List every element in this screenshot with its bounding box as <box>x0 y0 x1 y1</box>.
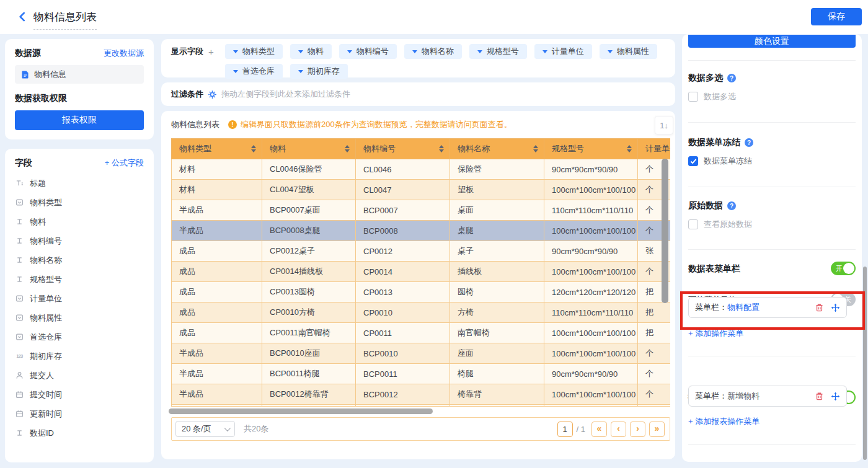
sort-arrows-icon[interactable] <box>439 145 444 152</box>
sort-arrows-icon[interactable] <box>345 145 350 152</box>
menu-item-name[interactable]: 物料配置 <box>727 302 760 313</box>
add-action-menu-link[interactable]: + 添加操作菜单 <box>688 328 856 339</box>
column-header[interactable]: 计量单位 <box>638 139 671 159</box>
filter-drop-hint: 拖动左侧字段到此处来添加过滤条件 <box>221 89 350 100</box>
field-item[interactable]: 123期初库存 <box>15 347 144 366</box>
table-row[interactable]: 成品CP0010方椅CP0010方椅110cm*110cm*110/110把 <box>172 302 671 323</box>
field-chip[interactable]: 首选仓库 <box>225 64 283 79</box>
multi-select-checkbox-row[interactable]: 数据多选 <box>688 91 856 102</box>
field-item[interactable]: 规格型号 <box>15 270 144 289</box>
column-header[interactable]: 物料 <box>262 139 356 159</box>
back-icon[interactable] <box>16 11 29 23</box>
save-button[interactable]: 保存 <box>811 8 862 25</box>
trash-icon[interactable] <box>815 303 824 312</box>
table-cell: 个 <box>638 343 671 364</box>
table-row[interactable]: 成品CP0012桌子CP0012桌子90cm*90cm*90/90张 <box>172 241 671 262</box>
table-row[interactable]: 材料CL0047望板CL0047望板100cm*100cm*100/100个 <box>172 180 671 200</box>
toggle-knob <box>843 263 854 274</box>
field-chip[interactable]: 物料属性 <box>600 44 657 59</box>
sort-arrows-icon[interactable] <box>627 145 632 152</box>
column-header[interactable]: 物料编号 <box>356 139 450 159</box>
page-title: 物料信息列表 <box>33 10 97 30</box>
data-menu-item[interactable]: 菜单栏： 物料配置 <box>688 297 847 318</box>
checkbox-icon[interactable] <box>688 156 698 166</box>
page-scrollbar[interactable] <box>863 267 867 460</box>
table-cell: 半成品 <box>172 364 262 384</box>
column-header[interactable]: 规格型号 <box>544 139 638 159</box>
table-row[interactable]: 材料CL0046保险管CL0046保险管90cm*90cm*90/90个 <box>172 159 671 180</box>
field-item[interactable]: 更新时间 <box>15 404 144 423</box>
prev-page-button[interactable]: ‹ <box>611 422 626 437</box>
field-chip[interactable]: 计量单位 <box>534 44 592 59</box>
table-row[interactable]: 半成品BCP0010座面BCP0010座面100cm*100cm*100/100… <box>172 343 671 364</box>
dropdown-caret-icon <box>542 50 547 53</box>
raw-data-section-title: 原始数据 ? <box>688 200 856 211</box>
total-count: 共20条 <box>244 423 268 435</box>
field-item[interactable]: 物料 <box>15 212 144 231</box>
next-page-button[interactable]: › <box>630 422 645 437</box>
sort-arrows-icon[interactable] <box>251 145 256 152</box>
table-row[interactable]: 半成品BCP0007桌面BCP0007桌面110cm*110cm*110/110… <box>172 200 671 221</box>
help-icon[interactable]: ? <box>727 201 736 210</box>
move-icon[interactable] <box>831 392 840 401</box>
add-formula-field-link[interactable]: + 公式字段 <box>105 157 144 169</box>
field-item[interactable]: 首选仓库 <box>15 327 144 347</box>
gear-icon[interactable] <box>208 90 217 99</box>
table-row[interactable]: 半成品BCP0012椅靠背BCP0012椅靠背100cm*100cm*100/1… <box>172 384 671 405</box>
raw-data-checkbox-row[interactable]: 查看原始数据 <box>688 219 856 230</box>
add-display-field-button[interactable]: + <box>208 46 214 57</box>
field-item[interactable]: 提交时间 <box>15 385 144 404</box>
column-header[interactable]: 物料类型 <box>172 139 262 159</box>
field-chip[interactable]: 物料类型 <box>225 44 283 59</box>
field-chip[interactable]: 物料编号 <box>339 44 397 59</box>
field-chip[interactable]: 物料 <box>290 44 332 59</box>
select-field-icon <box>15 333 24 341</box>
table-cell: BCP0010座面 <box>262 343 356 364</box>
first-page-button[interactable]: « <box>591 422 607 437</box>
top-bar: 物料信息列表 保存 <box>0 0 868 34</box>
field-item[interactable]: 数据ID <box>15 423 144 443</box>
table-row[interactable]: 半成品BCP0011椅腿BCP0011椅腿90cm*90cm*90/90个 <box>172 364 671 384</box>
table-horizontal-scrollbar[interactable] <box>169 408 433 414</box>
last-page-button[interactable]: » <box>649 422 665 437</box>
table-row[interactable]: 半成品BCP0008桌腿BCP0008桌腿100cm*100cm*100/100… <box>172 221 671 241</box>
field-item[interactable]: 物料名称 <box>15 250 144 270</box>
table-vertical-scrollbar[interactable] <box>662 159 668 303</box>
add-report-action-menu-link[interactable]: + 添加报表操作菜单 <box>688 416 856 427</box>
checkbox-icon[interactable] <box>688 92 698 102</box>
table-cell: 桌面 <box>450 200 544 221</box>
report-menu-item[interactable]: 菜单栏： 新增物料 <box>688 386 847 407</box>
help-icon[interactable]: ? <box>745 138 753 147</box>
page-size-select[interactable]: 20 条/页 <box>175 421 235 437</box>
change-datasource-link[interactable]: 更改数据源 <box>104 48 144 59</box>
column-header[interactable]: 物料名称 <box>450 139 544 159</box>
color-settings-button[interactable]: 颜色设置 <box>688 35 856 48</box>
field-item[interactable]: 物料类型 <box>15 193 144 212</box>
trash-icon[interactable] <box>815 392 824 401</box>
report-permission-button[interactable]: 报表权限 <box>15 110 144 130</box>
table-cell: 成品 <box>172 323 262 343</box>
table-cell: 半成品 <box>172 343 262 364</box>
datasource-item[interactable]: 物料信息 <box>15 65 144 84</box>
sort-arrows-icon[interactable] <box>533 145 538 152</box>
data-menu-toggle[interactable]: 开 <box>831 262 856 275</box>
field-chip[interactable]: 规格型号 <box>469 44 527 59</box>
table-row[interactable]: 成品CP0013圆椅CP0013圆椅120cm*120cm*120/120把 <box>172 282 671 302</box>
field-chip[interactable]: 期初库存 <box>290 64 348 79</box>
help-icon[interactable]: ? <box>727 74 736 82</box>
current-page-input[interactable]: 1 <box>557 422 573 437</box>
sort-order-button[interactable]: 1↓ <box>655 116 673 135</box>
table-row[interactable]: 成品CP0014插线板CP0014插线板100cm*100cm*100/100个 <box>172 262 671 282</box>
multi-select-section-title: 数据多选 ? <box>688 73 856 84</box>
checkbox-icon[interactable] <box>688 219 698 229</box>
field-item[interactable]: 提交人 <box>15 366 144 385</box>
field-item[interactable]: 计量单位 <box>15 289 144 308</box>
move-icon[interactable] <box>831 303 840 312</box>
field-chip[interactable]: 物料名称 <box>404 44 462 59</box>
menu-item-name[interactable]: 新增物料 <box>727 391 760 402</box>
field-item[interactable]: 标题 <box>15 174 144 193</box>
menu-freeze-checkbox-row[interactable]: 数据菜单冻结 <box>688 156 856 167</box>
field-item[interactable]: 物料编号 <box>15 231 144 250</box>
table-row[interactable]: 成品CP0011南官帽椅CP0011南官帽椅100cm*100cm*100/10… <box>172 323 671 343</box>
field-item[interactable]: 物料属性 <box>15 308 144 327</box>
